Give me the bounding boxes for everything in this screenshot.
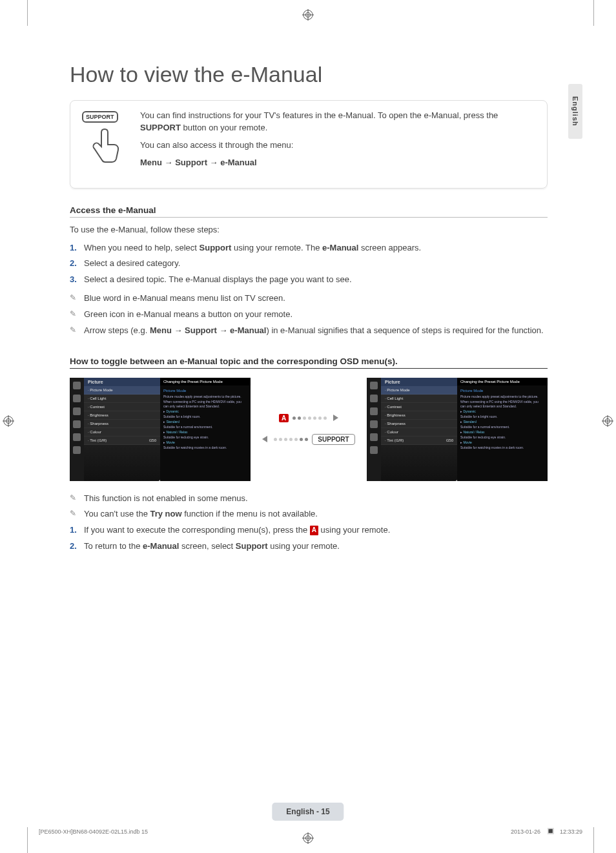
osd-menu-row: · Contrast: [381, 403, 457, 411]
hand-icon: [87, 127, 123, 173]
step-item: 2.To return to the e-Manual screen, sele…: [70, 540, 548, 553]
footer-date: 2013-01-26: [511, 828, 540, 835]
detail-header: Changing the Preset Picture Mode: [160, 378, 251, 385]
reg-mark-top: [302, 9, 314, 21]
crop-mark: [27, 827, 28, 853]
footer-time: 12:33:29: [560, 828, 582, 835]
note-item: Arrow steps (e.g. Menu → Support → e-Man…: [70, 325, 548, 337]
detail-header: Changing the Preset Picture Mode: [457, 378, 548, 385]
section1-intro: To use the e-Manual, follow these steps:: [70, 224, 548, 236]
arrow-a-to-osd: A: [279, 414, 338, 422]
step-item: 3.Select a desired topic. The e-Manual d…: [70, 274, 548, 286]
intro-p2: You can also access it through the menu:: [140, 139, 534, 152]
remote-illustration: SUPPORT: [82, 110, 127, 174]
a-button-chip: A: [279, 414, 289, 422]
intro-menu-path: Menu → Support → e-Manual: [140, 157, 534, 169]
footer-filename: [PE6500-XH]BN68-04092E-02L15.indb 15: [39, 828, 148, 835]
steps-list-2: 1.If you want to execute the correspondi…: [70, 524, 548, 553]
osd-sidebar: [367, 378, 381, 481]
intro-card: SUPPORT You can find instructions for yo…: [70, 100, 548, 189]
step-item: 2.Select a desired category.: [70, 258, 548, 270]
language-tab: English: [568, 84, 582, 139]
intro-text: You can find instructions for your TV's …: [140, 110, 534, 174]
support-button-chip: SUPPORT: [312, 434, 354, 445]
osd-menu-row: · Contrast: [84, 403, 160, 411]
page-content: How to view the e-Manual SUPPORT You can…: [70, 62, 548, 559]
right-screenshot-pair: Picture · Picture Mode· Cell Light· Cont…: [367, 378, 548, 481]
arrow-support-back: SUPPORT: [262, 434, 354, 445]
notes-list-2: This function is not enabled in some men…: [70, 493, 548, 521]
osd-menu-row: · Sharpness: [84, 420, 160, 428]
osd-menu-row: · Picture Mode: [381, 386, 457, 395]
notes-list-1: Blue word in e-Manual means menu list on…: [70, 293, 548, 337]
osd-menu-row: · Sharpness: [381, 420, 457, 428]
osd-menu-main: Picture · Picture Mode· Cell Light· Cont…: [84, 378, 160, 481]
section1-heading: Access the e-Manual: [70, 205, 548, 218]
osd-sidebar: [70, 378, 84, 481]
osd-menu-row: · Cell Light: [84, 395, 160, 403]
crop-mark: [27, 0, 28, 26]
note-item: You can't use the Try now function if th…: [70, 508, 548, 520]
osd-menu-row: · Colour: [381, 428, 457, 437]
language-tab-label: English: [571, 96, 579, 127]
step-item: 1.When you need to help, select Support …: [70, 242, 548, 254]
emanual-detail-shot-left: Changing the Preset Picture Mode Picture…: [160, 378, 251, 481]
osd-menu-main: Picture · Picture Mode· Cell Light· Cont…: [381, 378, 457, 481]
reg-mark-left: [3, 415, 14, 427]
reg-mark-bottom: [302, 832, 314, 844]
osd-menu-header: Picture: [84, 378, 160, 386]
osd-menu-header: Picture: [381, 378, 457, 386]
section2-heading: How to toggle between an e-Manual topic …: [70, 356, 548, 369]
steps-list-1: 1.When you need to help, select Support …: [70, 242, 548, 287]
arrow-column: A SUPPORT: [257, 414, 360, 445]
osd-menu-row: · Tint (G/R)G50: [381, 437, 457, 445]
page-title: How to view the e-Manual: [70, 62, 548, 87]
osd-menu-row: · Picture Mode: [84, 386, 160, 395]
osd-menu-row: · Tint (G/R)G50: [84, 437, 160, 445]
intro-p1: You can find instructions for your TV's …: [140, 110, 534, 134]
note-item: Blue word in e-Manual means menu list on…: [70, 293, 548, 305]
screenshot-row: Picture · Picture Mode· Cell Light· Cont…: [70, 378, 548, 481]
osd-menu-row: · Cell Light: [381, 395, 457, 403]
note-item: Green icon in e-Manual means a button on…: [70, 309, 548, 321]
left-screenshot-pair: Picture · Picture Mode· Cell Light· Cont…: [70, 378, 251, 481]
crop-mark: [593, 0, 594, 26]
note-item: This function is not enabled in some men…: [70, 493, 548, 505]
emanual-detail-shot-right: Changing the Preset Picture Mode Picture…: [457, 378, 548, 481]
footer-page-chip: English - 15: [272, 805, 344, 817]
step-item: 1.If you want to execute the correspondi…: [70, 524, 548, 537]
osd-menu-row: · Brightness: [84, 411, 160, 420]
support-button-graphic: SUPPORT: [82, 111, 118, 123]
crop-mark: [593, 827, 594, 853]
footer-datetime: 2013-01-26 🔳 12:33:29: [511, 828, 582, 835]
osd-menu-row: · Colour: [84, 428, 160, 437]
osd-menu-shot-left: Picture · Picture Mode· Cell Light· Cont…: [70, 378, 160, 481]
osd-menu-row: · Brightness: [381, 411, 457, 420]
reg-mark-right: [602, 415, 613, 427]
osd-menu-shot-right: Picture · Picture Mode· Cell Light· Cont…: [367, 378, 457, 481]
